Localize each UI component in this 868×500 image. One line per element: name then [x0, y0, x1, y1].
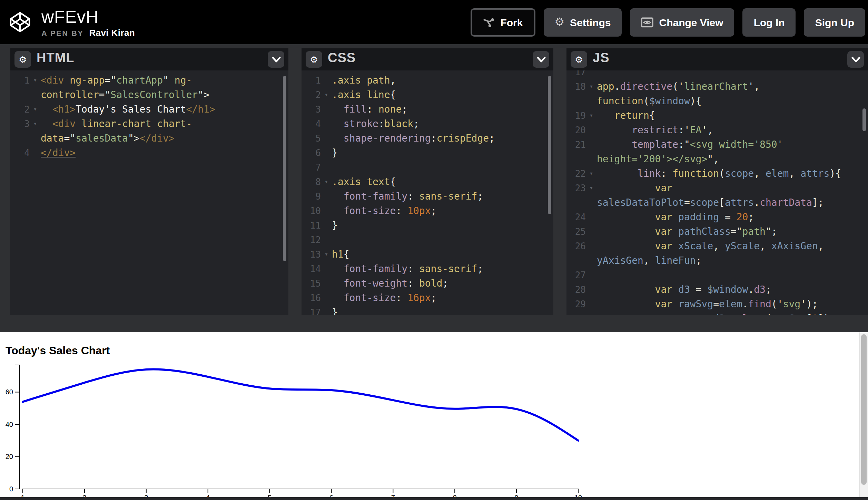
code-line: 8▾.axis text{	[302, 175, 553, 189]
code-line: 4</div>	[10, 146, 288, 160]
code-line: 13▾h1{	[302, 247, 553, 262]
sign-up-button[interactable]: Sign Up	[804, 8, 865, 36]
code-line: controller="SalesController">	[10, 88, 288, 102]
html-collapse-button[interactable]	[268, 51, 284, 68]
css-settings-gear-button[interactable]: ⚙	[306, 51, 322, 68]
settings-button[interactable]: ⚙ Settings	[543, 8, 622, 36]
js-collapse-button[interactable]	[847, 51, 864, 68]
gear-icon: ⚙	[19, 55, 27, 64]
code-line: data="salesData"></div>	[10, 131, 288, 146]
author-link[interactable]: Ravi Kiran	[89, 27, 135, 38]
change-view-button[interactable]: Change View	[630, 8, 734, 36]
code-line: 16 font-size: 16px;	[302, 291, 553, 305]
code-line: 20 restrict:'EA',	[566, 123, 868, 137]
js-settings-gear-button[interactable]: ⚙	[571, 51, 587, 68]
code-line: 9 font-family: sans-serif;	[302, 189, 553, 204]
code-line: 23▾ var	[566, 181, 868, 195]
svg-text:8: 8	[453, 494, 457, 497]
code-line: 2▾ <h1>Today's Sales Chart</h1>	[10, 102, 288, 117]
code-line: 19▾ return{	[566, 108, 868, 123]
svg-text:9: 9	[515, 494, 519, 497]
code-line: 10 font-size: 10px;	[302, 204, 553, 218]
svg-text:1: 1	[21, 494, 24, 497]
code-line: function($window){	[566, 94, 868, 108]
svg-text:7: 7	[391, 494, 395, 497]
html-code-editor[interactable]: 1▾<div ng-app="chartApp" ng-controller="…	[10, 70, 288, 315]
code-line: 2▾.axis line{	[302, 88, 553, 102]
svg-text:20: 20	[6, 453, 13, 460]
css-editor-panel: ⚙ CSS 1.axis path,2▾.axis line{3 fill: n…	[302, 48, 553, 315]
svg-text:0: 0	[9, 485, 13, 493]
code-line: 4 stroke:black;	[302, 117, 553, 131]
js-code-editor[interactable]: 1718▾app.directive('linearChart',functio…	[566, 70, 868, 315]
code-line: 6}	[302, 146, 553, 160]
code-line: 1.axis path,	[302, 73, 553, 88]
preview-content: Today's Sales Chart 123456789100204060	[0, 332, 868, 497]
css-editor-scrollbar[interactable]	[548, 76, 551, 214]
code-line: yAxisGen, lineFun;	[566, 253, 868, 268]
svg-text:4: 4	[206, 494, 210, 497]
code-line: 5 shape-rendering:crispEdge;	[302, 131, 553, 146]
code-line: height='200'></svg>",	[566, 152, 868, 166]
code-line: 15 font-weight: bold;	[302, 276, 553, 291]
js-editor-scrollbar[interactable]	[862, 108, 866, 131]
codepen-page: wFEvH A PEN BY Ravi Kiran	[0, 0, 868, 500]
html-editor-scrollbar[interactable]	[283, 76, 286, 261]
svg-text:10: 10	[574, 494, 582, 497]
css-panel-title: CSS	[328, 50, 356, 66]
js-panel-title: JS	[593, 50, 610, 66]
html-settings-gear-button[interactable]: ⚙	[14, 51, 31, 68]
chart-title: Today's Sales Chart	[6, 345, 862, 357]
code-line: 1▾<div ng-app="chartApp" ng-	[10, 73, 288, 88]
top-header-bar: wFEvH A PEN BY Ravi Kiran	[0, 0, 868, 44]
svg-text:40: 40	[6, 421, 13, 428]
pen-title-block: wFEvH A PEN BY Ravi Kiran	[41, 7, 135, 38]
code-line: 12	[302, 233, 553, 247]
change-view-icon	[641, 17, 653, 27]
css-collapse-button[interactable]	[533, 51, 549, 68]
code-line: 3▾ <div linear-chart chart-	[10, 117, 288, 131]
fork-icon	[483, 16, 495, 28]
html-panel-title: HTML	[37, 50, 75, 66]
fork-button[interactable]: Fork	[471, 8, 535, 36]
code-line: 30 var svg = d3.select(rawSvg[0]);	[566, 311, 868, 315]
gear-icon: ⚙	[575, 55, 583, 64]
svg-text:60: 60	[6, 388, 13, 396]
code-line: 7	[302, 160, 553, 175]
js-panel-header: ⚙ JS	[566, 48, 868, 70]
code-line: 3 fill: none;	[302, 102, 553, 117]
svg-text:3: 3	[144, 494, 148, 497]
code-line: 18▾app.directive('linearChart',	[566, 79, 868, 94]
code-line: 28 var d3 = $window.d3;	[566, 282, 868, 297]
html-panel-header: ⚙ HTML	[10, 48, 288, 70]
code-lines: 1.axis path,2▾.axis line{3 fill: none;4 …	[302, 73, 553, 315]
pen-title: wFEvH	[41, 7, 135, 26]
codepen-logo-icon[interactable]	[10, 10, 30, 34]
gear-icon: ⚙	[554, 17, 564, 28]
svg-text:2: 2	[82, 494, 86, 497]
code-line: 17	[566, 70, 868, 79]
preview-scrollbar-track[interactable]	[859, 332, 868, 497]
code-line: 14 font-family: sans-serif;	[302, 262, 553, 276]
code-line: 22▾ link: function(scope, elem, attrs){	[566, 166, 868, 181]
code-line: 17}	[302, 305, 553, 315]
js-editor-panel: ⚙ JS 1718▾app.directive('linearChart',fu…	[566, 48, 868, 315]
header-actions: Fork ⚙ Settings Change View Log In	[471, 8, 868, 36]
gear-icon: ⚙	[310, 55, 318, 64]
code-line: 11}	[302, 218, 553, 233]
sales-chart: 123456789100204060	[6, 365, 592, 497]
code-line: 29 var rawSvg=elem.find('svg');	[566, 297, 868, 311]
bottom-divider	[0, 497, 868, 500]
code-line: 27	[566, 268, 868, 282]
svg-text:6: 6	[329, 494, 333, 497]
css-code-editor[interactable]: 1.axis path,2▾.axis line{3 fill: none;4 …	[302, 70, 553, 315]
chevron-down-icon	[536, 56, 545, 62]
preview-scrollbar-thumb[interactable]	[861, 334, 867, 485]
svg-text:5: 5	[268, 494, 272, 497]
log-in-button[interactable]: Log In	[743, 8, 796, 36]
code-line: 25 var pathClass="path";	[566, 224, 868, 239]
chevron-down-icon	[851, 56, 860, 62]
code-line: 26 var xScale, yScale, xAxisGen,	[566, 239, 868, 253]
code-line: 21 template:"<svg width='850'	[566, 137, 868, 152]
byline-prefix: A PEN BY	[41, 29, 83, 37]
